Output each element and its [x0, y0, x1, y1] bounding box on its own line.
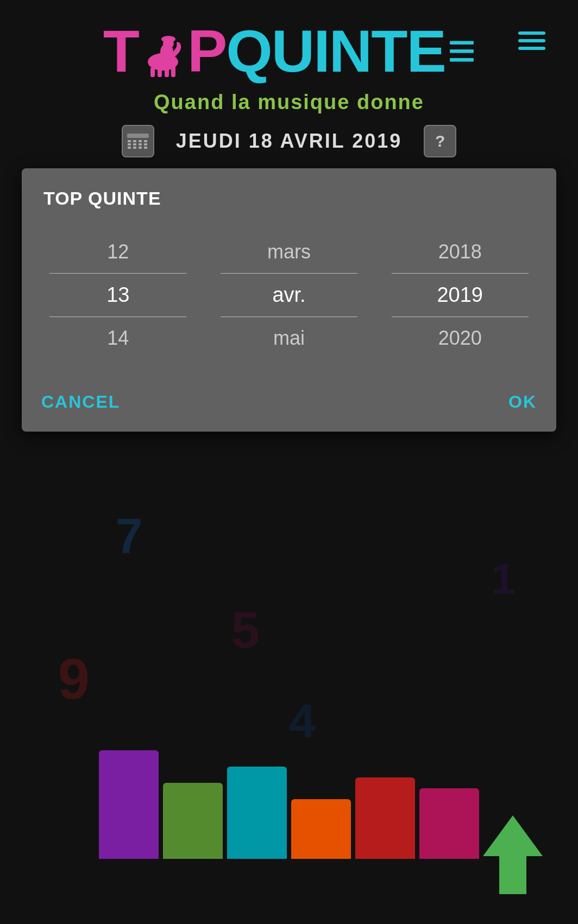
bg-num-8: 4 [289, 693, 316, 749]
calendar-top-bar [127, 134, 149, 138]
picker-area: 12 13 14 mars avr. mai 2018 2019 2020 [22, 220, 556, 370]
current-date: JEUDI 18 AVRIL 2019 [176, 130, 403, 153]
ok-button[interactable]: OK [508, 392, 537, 412]
date-picker-dialog: TOP QUINTE 12 13 14 mars avr. mai 2018 2… [22, 168, 556, 432]
logo-quinte: QUINTE [226, 16, 445, 85]
hamburger-line-3 [518, 47, 545, 50]
bg-num-7: 9 [58, 647, 89, 712]
month-selected[interactable]: avr. [204, 274, 375, 317]
day-picker-column[interactable]: 12 13 14 [33, 231, 204, 359]
logo-text: T [103, 16, 475, 85]
question-icon[interactable]: ? [424, 125, 456, 157]
day-above[interactable]: 12 [33, 231, 204, 273]
month-above[interactable]: mars [204, 231, 375, 273]
year-above[interactable]: 2018 [374, 231, 545, 273]
bg-num-6: 1 [491, 554, 516, 604]
logo-letter-op: P [187, 16, 226, 85]
day-below[interactable]: 14 [33, 317, 204, 359]
date-bar: JEUDI 18 AVRIL 2019 ? [122, 125, 457, 157]
header: T [0, 0, 578, 174]
year-selected[interactable]: 2019 [374, 274, 545, 317]
cancel-button[interactable]: CANCEL [41, 392, 120, 412]
svg-rect-2 [158, 67, 162, 77]
logo-letter-t: T [103, 16, 139, 85]
calendar-icon[interactable] [122, 125, 154, 157]
logo-area: T [11, 16, 567, 85]
bg-num-3: 7 [116, 508, 143, 564]
bg-num-5: 5 [231, 600, 260, 660]
hamburger-line-2 [518, 39, 545, 42]
year-below[interactable]: 2020 [374, 317, 545, 359]
dialog-title: TOP QUINTE [22, 168, 556, 220]
month-below[interactable]: mai [204, 317, 375, 359]
month-picker-column[interactable]: mars avr. mai [204, 231, 375, 359]
tagline: Quand la musique donne [154, 91, 424, 114]
horse-icon [139, 24, 187, 73]
logo-dash: ≡ [448, 23, 475, 79]
hamburger-line-1 [518, 31, 545, 35]
day-selected[interactable]: 13 [33, 274, 204, 317]
year-picker-column[interactable]: 2018 2019 2020 [374, 231, 545, 359]
calendar-grid [128, 140, 148, 149]
svg-rect-4 [171, 66, 175, 77]
svg-rect-3 [165, 67, 169, 77]
svg-rect-1 [150, 67, 155, 77]
hamburger-menu[interactable] [518, 27, 545, 54]
dialog-buttons: CANCEL OK [22, 376, 556, 432]
svg-point-7 [161, 36, 175, 42]
